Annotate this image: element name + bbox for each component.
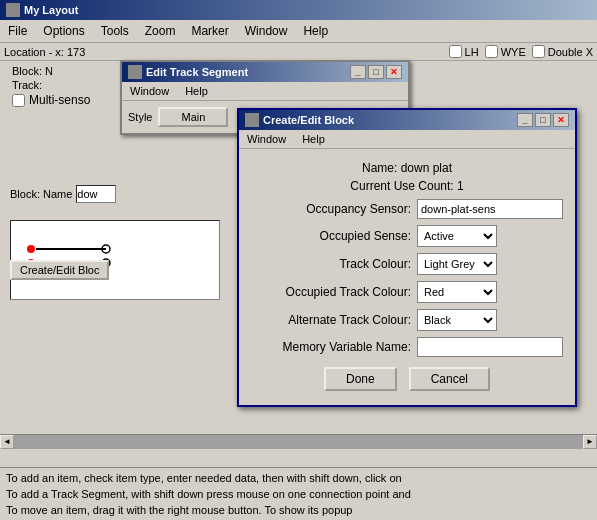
dialog-track-title-bar: Edit Track Segment _ □ ✕ bbox=[122, 62, 408, 82]
style-label: Style bbox=[128, 111, 152, 123]
scroll-left-btn[interactable]: ◄ bbox=[0, 435, 14, 449]
dialog-block-icon bbox=[245, 113, 259, 127]
dialog-track-minimize-btn[interactable]: _ bbox=[350, 65, 366, 79]
memory-variable-input[interactable] bbox=[417, 337, 563, 357]
dialog-block-title-label: Create/Edit Block bbox=[263, 114, 354, 126]
lh-label: LH bbox=[465, 46, 479, 58]
block-name-info: Name: down plat bbox=[251, 161, 563, 175]
dialog-block-title-text: Create/Edit Block bbox=[245, 113, 354, 127]
main-menu-bar: File Options Tools Zoom Marker Window He… bbox=[0, 20, 597, 43]
alternate-track-colour-label: Alternate Track Colour: bbox=[251, 313, 411, 327]
occupied-track-colour-label: Occupied Track Colour: bbox=[251, 285, 411, 299]
create-edit-block-button[interactable]: Create/Edit Bloc bbox=[10, 260, 109, 280]
occupied-track-colour-select[interactable]: Red Green Blue Yellow Black bbox=[417, 281, 497, 303]
dialog-track-maximize-btn[interactable]: □ bbox=[368, 65, 384, 79]
main-btn[interactable]: Main bbox=[158, 107, 228, 127]
dialog-block-body: Name: down plat Current Use Count: 1 Occ… bbox=[239, 149, 575, 405]
alternate-track-colour-select[interactable]: Black White Grey Red Blue bbox=[417, 309, 497, 331]
done-button[interactable]: Done bbox=[324, 367, 397, 391]
dialog-block-close-btn[interactable]: ✕ bbox=[553, 113, 569, 127]
menu-zoom[interactable]: Zoom bbox=[137, 22, 184, 40]
menu-marker[interactable]: Marker bbox=[183, 22, 236, 40]
menu-file[interactable]: File bbox=[0, 22, 35, 40]
status-line-3: To move an item, drag it with the right … bbox=[6, 502, 591, 518]
cancel-button[interactable]: Cancel bbox=[409, 367, 490, 391]
dialog-track-menu-window[interactable]: Window bbox=[122, 83, 177, 99]
menu-help[interactable]: Help bbox=[295, 22, 336, 40]
app-icon bbox=[6, 3, 20, 17]
location-text: Location - x: 173 bbox=[4, 46, 85, 58]
scroll-bar: ◄ ► bbox=[0, 434, 597, 448]
block-name-label: Block: Name bbox=[10, 188, 72, 200]
menu-window[interactable]: Window bbox=[237, 22, 296, 40]
dialog-block-buttons: Done Cancel bbox=[251, 367, 563, 391]
main-title-bar: My Layout bbox=[0, 0, 597, 20]
dialog-block-menu: Window Help bbox=[239, 130, 575, 149]
occupancy-sensor-label: Occupancy Sensor: bbox=[251, 202, 411, 216]
track-colour-select[interactable]: Light Grey Grey Dark Grey White Black bbox=[417, 253, 497, 275]
app-title: My Layout bbox=[24, 4, 78, 16]
doublex-label: Double X bbox=[548, 46, 593, 58]
track-colour-row: Track Colour: Light Grey Grey Dark Grey … bbox=[251, 253, 563, 275]
occupied-sense-label: Occupied Sense: bbox=[251, 229, 411, 243]
signal-red-top bbox=[27, 245, 35, 253]
dialog-block-maximize-btn[interactable]: □ bbox=[535, 113, 551, 127]
occupancy-sensor-row: Occupancy Sensor: bbox=[251, 199, 563, 219]
doublex-checkbox[interactable] bbox=[532, 45, 545, 58]
dialog-block-minimize-btn[interactable]: _ bbox=[517, 113, 533, 127]
wye-checkbox-label: WYE bbox=[485, 45, 526, 58]
status-line-1: To add an item, check item type, enter n… bbox=[6, 470, 591, 486]
dialog-track-title-label: Edit Track Segment bbox=[146, 66, 248, 78]
location-bar: Location - x: 173 LH WYE Double X bbox=[0, 43, 597, 61]
dialog-block-menu-window[interactable]: Window bbox=[239, 131, 294, 147]
dialog-track-title-text: Edit Track Segment bbox=[128, 65, 248, 79]
occupied-sense-row: Occupied Sense: Active Inactive bbox=[251, 225, 563, 247]
dialog-track-menu-help[interactable]: Help bbox=[177, 83, 216, 99]
memory-variable-row: Memory Variable Name: bbox=[251, 337, 563, 357]
occupied-track-colour-row: Occupied Track Colour: Red Green Blue Ye… bbox=[251, 281, 563, 303]
block-name-row: Block: Name bbox=[10, 185, 116, 203]
scroll-track[interactable] bbox=[14, 435, 583, 449]
memory-variable-label: Memory Variable Name: bbox=[251, 340, 411, 354]
block-name-input[interactable] bbox=[76, 185, 116, 203]
multisensor-label: Multi-senso bbox=[29, 93, 90, 107]
scroll-right-btn[interactable]: ► bbox=[583, 435, 597, 449]
occupancy-sensor-input[interactable] bbox=[417, 199, 563, 219]
menu-options[interactable]: Options bbox=[35, 22, 92, 40]
block-n-label: Block: N bbox=[12, 65, 53, 77]
block-use-count: Current Use Count: 1 bbox=[251, 179, 563, 193]
track-colour-label: Track Colour: bbox=[251, 257, 411, 271]
lh-checkbox[interactable] bbox=[449, 45, 462, 58]
dialog-track-close-btn[interactable]: ✕ bbox=[386, 65, 402, 79]
main-window: My Layout File Options Tools Zoom Marker… bbox=[0, 0, 597, 520]
dialog-track-menu: Window Help bbox=[122, 82, 408, 101]
dialog-create-edit-block: Create/Edit Block _ □ ✕ Window Help Name… bbox=[237, 108, 577, 407]
dialog-track-icon bbox=[128, 65, 142, 79]
lh-checkbox-label: LH bbox=[449, 45, 479, 58]
alternate-track-colour-row: Alternate Track Colour: Black White Grey… bbox=[251, 309, 563, 331]
create-edit-block-area: Create/Edit Bloc bbox=[10, 260, 109, 280]
dialog-block-win-controls: _ □ ✕ bbox=[517, 113, 569, 127]
dialog-track-win-controls: _ □ ✕ bbox=[350, 65, 402, 79]
multisensor-checkbox[interactable] bbox=[12, 94, 25, 107]
track-label: Track: bbox=[12, 79, 42, 91]
menu-tools[interactable]: Tools bbox=[93, 22, 137, 40]
occupied-sense-select[interactable]: Active Inactive bbox=[417, 225, 497, 247]
wye-label: WYE bbox=[501, 46, 526, 58]
wye-checkbox[interactable] bbox=[485, 45, 498, 58]
dialog-block-menu-help[interactable]: Help bbox=[294, 131, 333, 147]
doublex-checkbox-label: Double X bbox=[532, 45, 593, 58]
status-bar: To add an item, check item type, enter n… bbox=[0, 467, 597, 520]
dialog-block-title-bar: Create/Edit Block _ □ ✕ bbox=[239, 110, 575, 130]
status-line-2: To add a Track Segment, with shift down … bbox=[6, 486, 591, 502]
